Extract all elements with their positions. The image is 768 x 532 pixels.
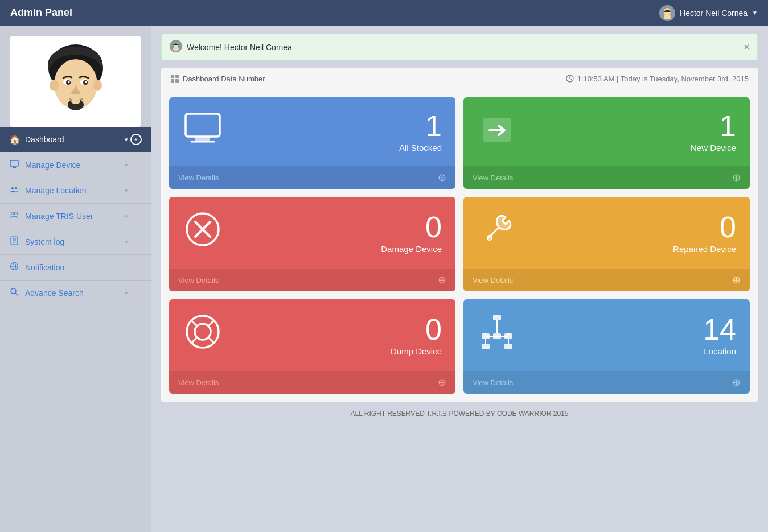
main-content: Welcome! Hector Neil Cornea × Dashboard … <box>151 26 768 532</box>
card-all-stocked: 1 All Stocked View Details ⊕ <box>169 97 455 189</box>
svg-line-50 <box>191 320 197 326</box>
sidebar-item-system-log[interactable]: System log ▾ ◯ <box>0 229 151 255</box>
user-avatar <box>659 5 675 21</box>
svg-line-29 <box>15 293 18 295</box>
svg-rect-63 <box>504 344 512 349</box>
chevron-down-icon: ▾ <box>125 162 128 169</box>
home-icon: 🏠 <box>9 134 19 145</box>
plus-circle-icon: ⊕ <box>438 274 446 286</box>
dump-device-number: 0 <box>391 315 442 344</box>
card-location: 14 Location View Details ⊕ <box>463 299 750 394</box>
sidebar-dashboard-label: Dashboard <box>25 135 125 144</box>
sidebar-item-manage-location[interactable]: Manage Location ▾ ◯ <box>0 178 151 204</box>
card-new-device: 1 New Device View Details ⊕ <box>463 97 750 189</box>
network-icon <box>477 312 517 358</box>
svg-point-12 <box>85 81 87 83</box>
circle-icon: ◯ <box>130 159 142 171</box>
circle-plus-icon: + <box>130 134 142 145</box>
svg-line-51 <box>208 320 214 326</box>
cards-grid: 1 All Stocked View Details ⊕ <box>161 89 758 402</box>
circle-icon5: ◯ <box>130 262 142 273</box>
repaired-device-view-details[interactable]: View Details ⊕ <box>463 269 750 291</box>
view-details-text: View Details <box>473 276 513 284</box>
svg-rect-16 <box>13 167 16 168</box>
sidebar-item-manage-tris-user[interactable]: Manage TRIS User ▾ ◯ <box>0 204 151 229</box>
circle-icon6: ◯ <box>130 287 142 299</box>
all-stocked-number: 1 <box>399 111 442 141</box>
sidebar-item-dashboard[interactable]: 🏠 Dashboard ▾ + <box>0 127 151 152</box>
svg-line-39 <box>570 79 572 80</box>
plus-circle-icon: ⊕ <box>732 171 741 184</box>
chevron-icon: ▾ <box>125 213 128 220</box>
svg-rect-34 <box>175 75 179 78</box>
sidebar-location-label: Manage Location <box>25 186 125 195</box>
svg-point-32 <box>173 47 179 51</box>
svg-point-6 <box>93 80 102 91</box>
globe-icon <box>9 262 19 273</box>
sidebar-search-label: Advance Search <box>25 288 125 298</box>
location-icon <box>9 185 19 196</box>
user-name: Hector Neil Cornea <box>680 9 748 18</box>
view-details-text: View Details <box>473 378 513 387</box>
sidebar-item-manage-device[interactable]: Manage Device ▾ ◯ <box>0 152 151 178</box>
chevron-icon: ▾ <box>125 187 128 195</box>
sidebar-item-notification[interactable]: Notification ◯ <box>0 255 151 281</box>
sidebar-syslog-label: System log <box>25 237 125 246</box>
users-icon <box>9 211 19 222</box>
all-stocked-view-details[interactable]: View Details ⊕ <box>169 166 455 189</box>
svg-rect-2 <box>664 15 671 19</box>
view-details-text: View Details <box>178 378 219 387</box>
svg-point-11 <box>68 81 69 83</box>
repaired-device-number: 0 <box>673 212 736 242</box>
dump-device-view-details[interactable]: View Details ⊕ <box>169 371 455 394</box>
welcome-banner: Welcome! Hector Neil Cornea × <box>161 34 758 60</box>
dashboard-data-label: Dashboard Data Number <box>183 75 265 83</box>
lifebuoy-icon <box>183 312 223 358</box>
svg-rect-36 <box>175 79 179 83</box>
location-number: 14 <box>703 315 736 344</box>
svg-point-19 <box>11 212 14 215</box>
svg-rect-40 <box>186 114 220 137</box>
svg-rect-35 <box>171 79 174 83</box>
page-footer: ALL RIGHT RESERVED T.R.I.S POWERED BY CO… <box>161 402 758 426</box>
new-device-view-details[interactable]: View Details ⊕ <box>463 166 750 189</box>
app-title: Admin Panel <box>10 7 72 19</box>
svg-rect-54 <box>493 315 501 320</box>
new-device-number: 1 <box>691 111 736 141</box>
device-icon <box>9 159 19 171</box>
sidebar-item-advance-search[interactable]: Advance Search ▾ ◯ <box>0 281 151 306</box>
user-menu[interactable]: Hector Neil Cornea ▼ <box>659 5 758 21</box>
svg-point-17 <box>11 187 14 189</box>
location-view-details[interactable]: View Details ⊕ <box>463 371 750 394</box>
location-label: Location <box>703 347 736 356</box>
avatar-box <box>10 36 141 127</box>
welcome-avatar-icon <box>170 40 182 54</box>
circle-icon4: ◯ <box>130 236 142 248</box>
dashboard-time: 1:10:53 AM | Today is Tuesday, November … <box>577 75 749 83</box>
monitor-icon <box>183 112 223 152</box>
view-details-text: View Details <box>178 276 219 284</box>
chevron-icon: ▾ <box>125 238 128 246</box>
svg-point-20 <box>15 212 18 215</box>
log-icon <box>9 236 19 248</box>
banner-close-button[interactable]: × <box>744 42 749 52</box>
svg-point-5 <box>50 80 59 91</box>
all-stocked-label: All Stocked <box>399 143 442 152</box>
damage-device-view-details[interactable]: View Details ⊕ <box>169 269 455 291</box>
svg-rect-33 <box>171 75 174 78</box>
svg-line-52 <box>191 337 197 343</box>
wrench-icon <box>477 209 517 256</box>
svg-rect-15 <box>10 160 18 166</box>
share-icon <box>477 110 517 154</box>
main-layout: 🏠 Dashboard ▾ + Manage Device ▾ <box>0 26 768 532</box>
svg-point-18 <box>15 187 17 189</box>
card-repaired-device: 0 Repaired Device View Details ⊕ <box>463 197 750 291</box>
circle-icon3: ◯ <box>130 211 142 222</box>
sidebar-device-label: Manage Device <box>25 160 125 170</box>
welcome-message: Welcome! Hector Neil Cornea <box>187 43 292 52</box>
svg-line-53 <box>208 337 214 343</box>
times-circle-icon <box>183 209 223 256</box>
clock-icon <box>566 75 574 83</box>
sidebar-tris-label: Manage TRIS User <box>25 212 125 221</box>
repaired-device-label: Repaired Device <box>673 244 736 254</box>
